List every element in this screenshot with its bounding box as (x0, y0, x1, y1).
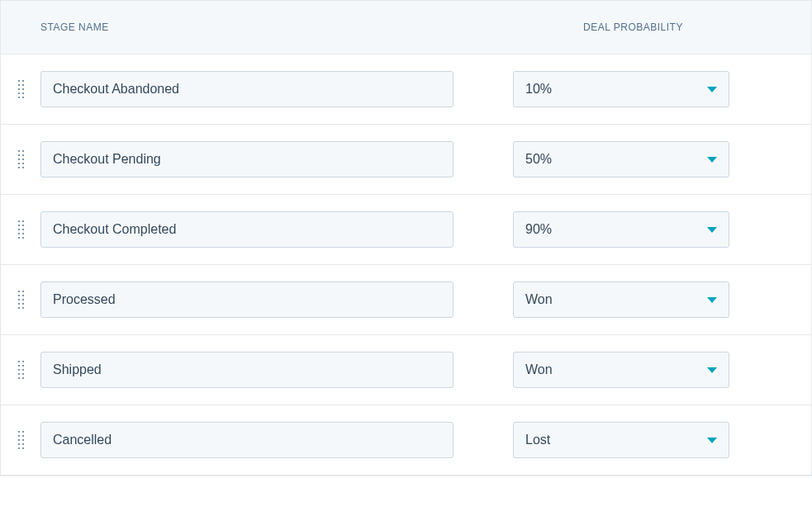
header-stage-name: STAGE NAME (1, 21, 571, 33)
drag-handle-icon[interactable] (18, 80, 24, 98)
probability-col: Won (513, 282, 729, 318)
stage-name-input[interactable] (40, 141, 453, 177)
stage-name-input[interactable] (40, 71, 453, 107)
chevron-down-icon (707, 227, 717, 233)
drag-handle-icon[interactable] (18, 220, 24, 239)
deal-probability-value: 10% (525, 82, 552, 97)
probability-col: Lost (513, 422, 729, 458)
probability-col: Won (513, 352, 729, 388)
stages-table: STAGE NAME DEAL PROBABILITY 10% (0, 0, 812, 476)
table-header-row: STAGE NAME DEAL PROBABILITY (1, 0, 811, 54)
drag-col (1, 361, 40, 379)
stage-name-input[interactable] (40, 211, 453, 248)
chevron-down-icon (707, 297, 717, 303)
drag-handle-icon[interactable] (18, 361, 24, 379)
probability-col: 50% (513, 141, 729, 177)
drag-col (1, 150, 40, 168)
deal-probability-select[interactable]: Lost (513, 422, 729, 458)
drag-col (1, 80, 40, 98)
probability-col: 90% (513, 211, 729, 248)
probability-col: 10% (513, 71, 729, 107)
table-row: 10% (1, 54, 811, 125)
deal-probability-value: Won (525, 362, 553, 377)
stage-name-col (40, 282, 513, 318)
deal-probability-select[interactable]: Won (513, 282, 729, 318)
chevron-down-icon (707, 87, 717, 92)
table-row: 50% (1, 125, 811, 195)
table-row: Won (1, 265, 811, 335)
chevron-down-icon (707, 367, 717, 373)
table-row: Lost (1, 405, 811, 476)
drag-handle-icon[interactable] (18, 431, 24, 449)
chevron-down-icon (707, 438, 717, 443)
stage-name-input[interactable] (40, 422, 453, 458)
deal-probability-value: 90% (525, 222, 552, 237)
drag-col (1, 291, 40, 309)
deal-probability-select[interactable]: 90% (513, 211, 729, 248)
drag-col (1, 220, 40, 239)
stage-name-col (40, 141, 513, 177)
deal-probability-value: Won (525, 292, 553, 307)
table-row: Won (1, 335, 811, 405)
chevron-down-icon (707, 157, 717, 163)
deal-probability-value: 50% (525, 152, 552, 167)
deal-probability-select[interactable]: Won (513, 352, 729, 388)
deal-probability-select[interactable]: 50% (513, 141, 729, 177)
stage-name-input[interactable] (40, 282, 453, 318)
deal-probability-value: Lost (525, 433, 550, 447)
table-row: 90% (1, 195, 811, 265)
stage-name-col (40, 352, 513, 388)
stage-name-input[interactable] (40, 352, 453, 388)
drag-handle-icon[interactable] (18, 291, 24, 309)
stage-name-col (40, 71, 513, 107)
stage-name-col (40, 211, 513, 248)
stage-name-col (40, 422, 513, 458)
header-deal-probability: DEAL PROBABILITY (571, 21, 811, 33)
drag-handle-icon[interactable] (18, 150, 24, 168)
deal-probability-select[interactable]: 10% (513, 71, 729, 107)
drag-col (1, 431, 40, 449)
